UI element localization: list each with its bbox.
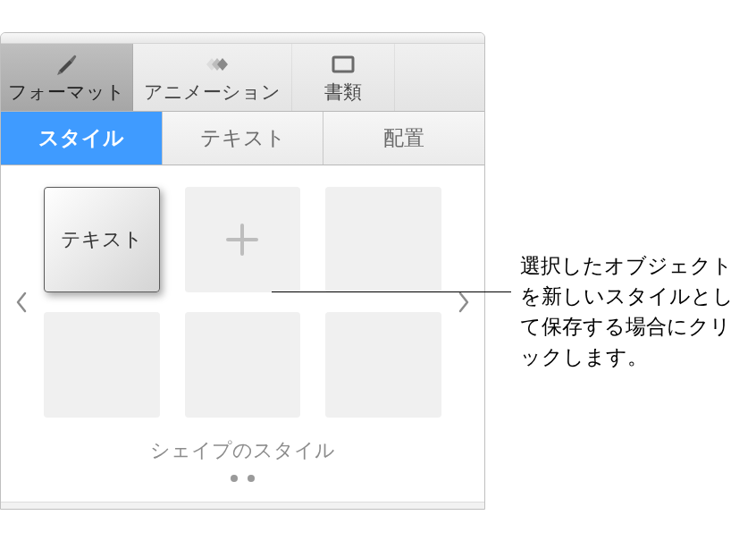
callout-leader-line bbox=[272, 291, 511, 292]
page-dots bbox=[8, 469, 477, 493]
paintbrush-icon bbox=[54, 51, 80, 78]
inspector-tabs: スタイル テキスト 配置 bbox=[1, 112, 484, 165]
style-tile-empty[interactable] bbox=[325, 312, 441, 418]
styles-grid: テキスト bbox=[35, 180, 450, 425]
inspector-toolbar: フォーマット アニメーション 書類 bbox=[1, 44, 484, 112]
style-tile-add[interactable] bbox=[185, 187, 301, 292]
style-tile-empty[interactable] bbox=[185, 312, 301, 418]
page-dot[interactable] bbox=[231, 475, 238, 482]
toolbar-animation-label: アニメーション bbox=[144, 80, 281, 105]
style-tile-text[interactable]: テキスト bbox=[44, 187, 160, 292]
window-titlebar bbox=[1, 33, 484, 44]
style-tile-empty[interactable] bbox=[44, 312, 160, 418]
style-tile-text-label: テキスト bbox=[61, 226, 143, 253]
callout-text: 選択したオブジェクトを新しいスタイルとして保存する場合にクリックします。 bbox=[520, 250, 740, 372]
inspector-panel: フォーマット アニメーション 書類 スタイル テキスト 配置 bbox=[0, 32, 485, 510]
page-dot[interactable] bbox=[248, 475, 255, 482]
tab-text[interactable]: テキスト bbox=[163, 112, 324, 165]
toolbar-format-label: フォーマット bbox=[8, 80, 125, 105]
style-tile-empty[interactable] bbox=[325, 187, 441, 292]
diamond-motion-icon bbox=[199, 51, 226, 78]
panel-footer-divider bbox=[1, 502, 484, 509]
plus-icon bbox=[223, 220, 262, 259]
styles-next-arrow[interactable] bbox=[450, 249, 477, 356]
shape-styles-label: シェイプのスタイル bbox=[8, 437, 477, 464]
toolbar-document-label: 書類 bbox=[324, 80, 362, 105]
styles-section: テキスト bbox=[1, 165, 484, 502]
tab-style[interactable]: スタイル bbox=[1, 112, 163, 165]
tab-arrange[interactable]: 配置 bbox=[323, 112, 484, 165]
toolbar-format[interactable]: フォーマット bbox=[1, 44, 133, 111]
styles-prev-arrow[interactable] bbox=[8, 249, 35, 356]
document-rect-icon bbox=[330, 51, 357, 78]
svg-rect-0 bbox=[333, 57, 353, 72]
toolbar-animation[interactable]: アニメーション bbox=[133, 44, 292, 111]
toolbar-document[interactable]: 書類 bbox=[292, 44, 395, 111]
styles-row: テキスト bbox=[8, 180, 477, 425]
